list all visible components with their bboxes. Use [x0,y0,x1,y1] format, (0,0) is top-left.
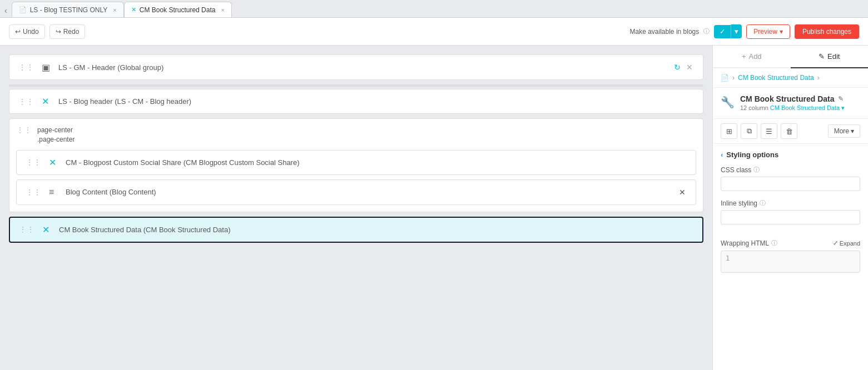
tab-add[interactable]: + Add [713,46,791,67]
inline-styling-label-text: Inline styling [721,199,757,207]
inline-styling-group: Inline styling ⓘ [721,199,860,224]
module-blog-content-icon: ≡ [49,187,60,197]
preview-dropdown-icon: ▾ [780,28,783,36]
undo-icon: ↩ [15,28,21,36]
module-header-block[interactable]: ⋮⋮ ▣ LS - GM - Header (Global group) ↻ ✕ [9,54,703,80]
module-blog-content-label: Blog Content (Blog Content) [66,188,672,196]
module-header-label: LS - GM - Header (Global group) [58,63,667,72]
expand-label: Expand [840,240,860,247]
styling-title-text: Styling options [726,151,778,159]
module-blog-header-drag[interactable]: ⋮⋮ [18,97,34,106]
panel-module-link[interactable]: CM Book Structured Data [770,104,840,111]
code-area[interactable]: 1 [721,251,860,273]
panel-btn-delete[interactable]: 🗑 [781,123,797,139]
module-blog-header-icon: ✕ [42,96,53,107]
panel-tabs: + Add ✎ Edit [713,46,868,68]
toggle-on-button[interactable]: ✓ [714,25,731,38]
module-header-close[interactable]: ✕ [685,62,694,73]
breadcrumb-sep2: › [817,74,820,82]
panel-module-header: 🔧 CM Book Structured Data ✎ 12 column CM… [713,88,868,119]
module-blog-content-action[interactable]: ✕ [678,187,687,198]
module-cm-book-icon: ✕ [42,224,53,235]
panel-module-info: CM Book Structured Data ✎ 12 column CM B… [740,94,860,112]
make-available: Make available in blogs ⓘ [630,27,710,36]
module-cm-book-block[interactable]: ⋮⋮ ✕ CM Book Structured Data (CM Book St… [9,217,703,243]
module-header-refresh[interactable]: ↻ [673,62,682,73]
panel-module-edit-icon[interactable]: ✎ [838,95,844,103]
more-dropdown-icon: ▾ [851,127,854,135]
make-available-info: ⓘ [703,27,710,36]
line-number: 1 [726,254,730,262]
redo-button[interactable]: ↪ Redo [49,24,86,39]
canvas-inner: ⋮⋮ ▣ LS - GM - Header (Global group) ↻ ✕… [9,54,703,243]
module-social-label: CM - Blogpost Custom Social Share (CM Bl… [66,158,687,167]
toggle-dropdown-button[interactable]: ▾ [731,24,742,38]
panel-module-title-text: CM Book Structured Data [740,94,835,103]
breadcrumb-page-icon: 📄 [721,74,729,82]
nav-back[interactable]: ‹ [0,4,12,17]
panel-module-col: 12 column [740,104,768,111]
inline-styling-label: Inline styling ⓘ [721,199,860,207]
css-class-label: CSS class ⓘ [721,166,860,174]
module-social-drag[interactable]: ⋮⋮ [26,158,41,167]
module-header-actions: ↻ ✕ [673,62,694,73]
css-class-info-icon: ⓘ [753,166,760,174]
styling-chevron-icon: ‹ [721,151,723,159]
tab-cm-label: CM Book Structured Data [140,6,216,14]
tab-cm-close[interactable]: × [221,7,224,13]
group-label: page-center .page-center [37,126,75,144]
styling-section: ‹ Styling options CSS class ⓘ Inline sty… [713,144,868,239]
tab-edit-label: Edit [827,52,840,61]
module-blog-content-actions: ✕ [678,187,687,198]
group-block[interactable]: ⋮⋮ page-center .page-center ⋮⋮ ✕ CM - Bl… [9,118,703,212]
tab-blog-icon: 📄 [19,6,27,13]
tab-add-label: Add [748,52,761,61]
group-header: ⋮⋮ page-center .page-center [16,126,696,144]
toolbar: ↩ Undo ↪ Redo Make available in blogs ⓘ … [0,18,868,46]
panel-breadcrumb: 📄 › CM Book Structured Data › [713,68,868,88]
tab-cm[interactable]: ✕ CM Book Structured Data × [124,2,232,17]
css-class-input[interactable] [721,177,860,191]
module-blog-header-block[interactable]: ⋮⋮ ✕ LS - Blog header (LS - CM - Blog he… [9,89,703,114]
panel-module-title: CM Book Structured Data ✎ [740,94,860,103]
tab-blog[interactable]: 📄 LS - Blog TESTING ONLY × [12,2,124,17]
module-blog-content-block[interactable]: ⋮⋮ ≡ Blog Content (Blog Content) ✕ [16,179,696,205]
redo-icon: ↪ [56,28,61,36]
tab-add-icon: + [742,52,746,61]
publish-label: Publish changes [802,28,851,36]
panel-module-wrench-icon: 🔧 [721,96,735,109]
publish-button[interactable]: Publish changes [795,24,859,39]
wrapping-html-label: Wrapping HTML [721,239,769,247]
preview-button[interactable]: Preview ▾ [746,24,790,39]
wrapping-html-section: Wrapping HTML ⓘ ⤢ Expand 1 [713,239,868,281]
module-header-drag[interactable]: ⋮⋮ [18,63,34,72]
breadcrumb-sep1: › [732,74,735,82]
module-blog-content-drag[interactable]: ⋮⋮ [26,188,41,197]
group-drag[interactable]: ⋮⋮ [16,126,32,134]
panel-btn-move[interactable]: ⊞ [721,123,737,139]
inline-styling-input[interactable] [721,210,860,224]
expand-button[interactable]: ⤢ Expand [833,239,860,247]
redo-label: Redo [63,28,80,36]
undo-label: Undo [23,28,39,36]
more-button[interactable]: More ▾ [828,124,860,138]
tab-edit-icon: ✎ [819,52,825,61]
canvas-area[interactable]: ⋮⋮ ▣ LS - GM - Header (Global group) ↻ ✕… [0,46,712,370]
tab-blog-close[interactable]: × [113,7,116,13]
tab-blog-label: LS - Blog TESTING ONLY [30,6,108,14]
panel-module-dropdown[interactable]: ▾ [841,104,845,111]
make-available-label: Make available in blogs [630,28,700,36]
styling-title: ‹ Styling options [721,151,860,159]
wrapping-html-header: Wrapping HTML ⓘ ⤢ Expand [721,239,860,247]
module-cm-book-drag[interactable]: ⋮⋮ [19,225,34,234]
panel-btn-copy[interactable]: ⧉ [741,123,757,139]
inline-styling-info-icon: ⓘ [760,199,766,207]
module-header-icon: ▣ [42,62,53,73]
css-class-group: CSS class ⓘ [721,166,860,191]
tab-edit[interactable]: ✎ Edit [791,46,869,68]
group-label-2: .page-center [37,135,75,144]
breadcrumb-link[interactable]: CM Book Structured Data [738,74,814,82]
panel-btn-settings[interactable]: ☰ [761,123,777,139]
undo-button[interactable]: ↩ Undo [9,24,45,39]
module-social-block[interactable]: ⋮⋮ ✕ CM - Blogpost Custom Social Share (… [16,150,696,175]
